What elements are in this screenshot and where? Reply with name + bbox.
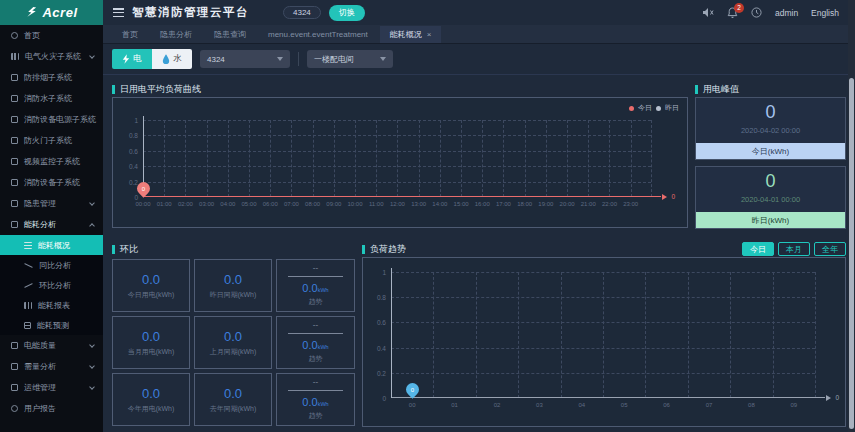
tab-hazard-query[interactable]: 隐患查询	[204, 26, 256, 43]
sidebar-item-hazard-management[interactable]: 隐患管理	[0, 193, 103, 214]
home-icon	[11, 32, 18, 39]
water-toggle-button[interactable]: 水	[152, 49, 192, 69]
clock-icon[interactable]	[751, 7, 762, 18]
x-axis-label: 13:00	[411, 201, 426, 207]
x-axis-label: 01	[451, 402, 458, 408]
gridline-vertical	[730, 272, 731, 398]
mute-icon[interactable]	[702, 7, 714, 18]
gridline-vertical	[546, 120, 547, 197]
device-select[interactable]: 4324	[200, 50, 290, 68]
demand-analysis-icon	[11, 363, 18, 370]
gridline-vertical	[355, 120, 356, 197]
sidebar-item-fire-water[interactable]: 消防水子系统	[0, 88, 103, 109]
x-axis-label: 23:00	[623, 201, 638, 207]
x-axis-label: 06	[663, 402, 670, 408]
stat-cell-year-usage: 0.0 今年用电(kWh)	[112, 373, 190, 426]
trend-cell-month: -- 0.0kWh 趋势	[276, 316, 355, 369]
x-axis-label: 07	[706, 402, 713, 408]
tab-home[interactable]: 首页	[112, 26, 148, 43]
gridline-vertical	[482, 120, 483, 197]
data-point-pin: 0	[403, 380, 421, 398]
video-monitoring-icon	[11, 158, 18, 165]
electric-toggle-button[interactable]: 电	[112, 49, 152, 69]
sidebar: Acrel 首页 电气火灾子系统 防排烟子系统 消防水子系统 消	[0, 0, 103, 432]
chevron-down-icon	[277, 57, 283, 61]
sidebar-item-smoke-exhaust[interactable]: 防排烟子系统	[0, 67, 103, 88]
sidebar-nav: 首页 电气火灾子系统 防排烟子系统 消防水子系统 消防设备电源子系统 防	[0, 25, 103, 419]
sidebar-item-power-quality[interactable]: 电能质量	[0, 335, 103, 356]
language-switcher[interactable]: English	[811, 8, 839, 18]
x-axis-label: 10:00	[348, 201, 363, 207]
close-icon[interactable]: ×	[427, 30, 432, 39]
sidebar-item-electrical-fire[interactable]: 电气火灾子系统	[0, 46, 103, 67]
submenu-item-energy-forecast[interactable]: 能耗预测	[0, 315, 103, 335]
gridline-vertical	[561, 272, 562, 398]
y-axis-label: 1	[134, 117, 138, 124]
sidebar-item-equipment-power[interactable]: 消防设备电源子系统	[0, 109, 103, 130]
chevron-down-icon	[89, 200, 95, 206]
bell-icon[interactable]: 2	[727, 7, 738, 19]
tab-event-treatment[interactable]: menu.event.eventTreatment	[258, 27, 378, 42]
gridline-vertical	[440, 120, 441, 197]
submenu-item-mom-analysis[interactable]: 环比分析	[0, 275, 103, 295]
ops-management-icon	[11, 384, 18, 391]
gridline-vertical	[313, 120, 314, 197]
divider	[298, 52, 299, 66]
divider	[288, 390, 343, 391]
energy-overview-icon	[24, 242, 32, 249]
mom-analysis-icon	[24, 283, 33, 288]
gridline-vertical	[631, 120, 632, 197]
user-menu[interactable]: admin	[775, 8, 798, 18]
daily-load-title: 日用电平均负荷曲线	[112, 81, 688, 97]
sidebar-item-home[interactable]: 首页	[0, 25, 103, 46]
gridline-vertical	[228, 120, 229, 197]
legend-dot-today	[629, 106, 634, 111]
comparison-panel: 环比 0.0 今日用电(kWh) 0.0 昨日同期(kWh)	[112, 241, 355, 427]
logo-text: Acrel	[42, 5, 77, 20]
x-axis-label: 15:00	[454, 201, 469, 207]
sidebar-item-fire-equipment[interactable]: 消防设备子系统	[0, 172, 103, 193]
gridline-vertical	[518, 272, 519, 398]
gridline-vertical	[476, 272, 477, 398]
sidebar-item-ops-management[interactable]: 运维管理	[0, 377, 103, 398]
peak-date-today: 2020-04-02 00:00	[696, 126, 845, 135]
sidebar-item-demand-analysis[interactable]: 需量分析	[0, 356, 103, 377]
tab-bar: 首页 隐患分析 隐患查询 menu.event.eventTreatment 能…	[103, 25, 855, 44]
axis-arrow-icon	[826, 395, 831, 401]
energy-analysis-submenu: 能耗概况 同比分析 环比分析 能耗报表 能耗预测	[0, 235, 103, 335]
yoy-analysis-icon	[24, 263, 33, 268]
lightning-icon	[122, 54, 130, 64]
peak-panel: 用电峰值 0 2020-04-02 00:00 今日(kWh) 0 2020-0…	[695, 81, 846, 235]
submenu-item-energy-overview[interactable]: 能耗概况	[0, 235, 103, 255]
sidebar-item-video-monitoring[interactable]: 视频监控子系统	[0, 151, 103, 172]
sidebar-item-user-report[interactable]: 用户报告	[0, 398, 103, 419]
peak-title: 用电峰值	[695, 81, 846, 97]
sidebar-item-fire-door[interactable]: 防火门子系统	[0, 130, 103, 151]
main-area: 智慧消防管理云平台 4324 切换 2 admin English 首页	[103, 0, 855, 432]
switch-button[interactable]: 切换	[329, 5, 365, 21]
x-axis-label: 03	[536, 402, 543, 408]
tab-energy-overview[interactable]: 能耗概况 ×	[380, 26, 442, 43]
acrel-logo: Acrel	[0, 0, 103, 25]
room-select[interactable]: 一楼配电间	[307, 50, 393, 68]
daily-load-chart: 今日 昨日 10.80.60.40.2000:0001:0002:0003:00…	[112, 97, 688, 228]
submenu-item-yoy-analysis[interactable]: 同比分析	[0, 255, 103, 275]
gridline-vertical	[525, 120, 526, 197]
x-axis-label: 12:00	[390, 201, 405, 207]
range-today-button[interactable]: 今日	[742, 242, 774, 256]
x-axis-label: 00	[409, 402, 416, 408]
page-title: 智慧消防管理云平台	[132, 5, 249, 20]
smoke-exhaust-icon	[11, 74, 18, 81]
x-axis-label: 11:00	[369, 201, 384, 207]
sidebar-item-energy-analysis[interactable]: 能耗分析	[0, 214, 103, 235]
tab-hazard-analysis[interactable]: 隐患分析	[150, 26, 202, 43]
range-month-button[interactable]: 本月	[778, 242, 810, 256]
gridline-vertical	[419, 120, 420, 197]
scrollbar-thumb[interactable]	[849, 78, 854, 429]
divider	[288, 333, 343, 334]
title-accent	[112, 245, 115, 254]
menu-collapse-icon[interactable]	[113, 8, 124, 17]
submenu-item-energy-report[interactable]: 能耗报表	[0, 295, 103, 315]
range-year-button[interactable]: 全年	[814, 242, 846, 256]
peak-value-today: 0	[696, 98, 845, 123]
